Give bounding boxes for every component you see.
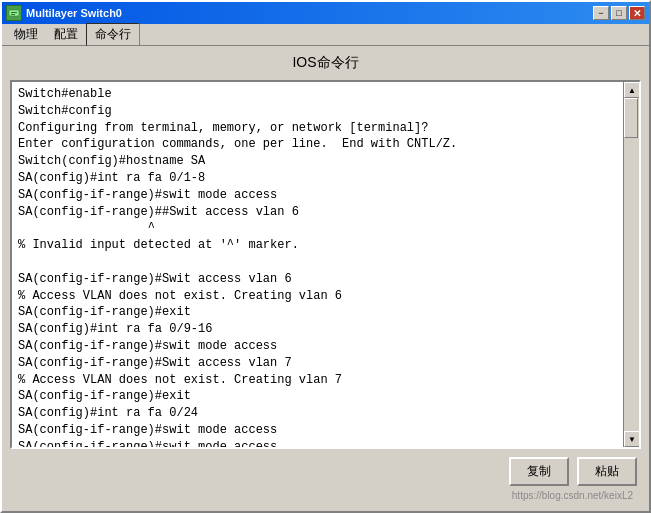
title-bar: Multilayer Switch0 − □ ✕ [2,2,649,24]
window-controls: − □ ✕ [593,6,645,20]
svg-rect-1 [11,12,17,13]
copy-button[interactable]: 复制 [509,457,569,486]
scroll-track[interactable] [624,98,639,431]
menu-physics[interactable]: 物理 [6,24,46,45]
svg-rect-2 [11,14,15,15]
watermark: https://blog.csdn.net/keixL2 [10,490,641,503]
scroll-up-button[interactable]: ▲ [624,82,640,98]
menu-config[interactable]: 配置 [46,24,86,45]
terminal-container: Switch#enable Switch#config Configuring … [10,80,641,449]
terminal-output[interactable]: Switch#enable Switch#config Configuring … [12,82,623,447]
window-icon [6,5,22,21]
scroll-down-button[interactable]: ▼ [624,431,640,447]
paste-button[interactable]: 粘贴 [577,457,637,486]
maximize-button[interactable]: □ [611,6,627,20]
section-title: IOS命令行 [10,54,641,72]
main-content: IOS命令行 Switch#enable Switch#config Confi… [2,46,649,511]
scrollbar[interactable]: ▲ ▼ [623,82,639,447]
menu-cli[interactable]: 命令行 [86,23,140,46]
scroll-thumb[interactable] [624,98,638,138]
window-title: Multilayer Switch0 [26,7,593,19]
close-button[interactable]: ✕ [629,6,645,20]
menu-bar: 物理 配置 命令行 [2,24,649,46]
bottom-bar: 复制 粘贴 [10,457,641,490]
main-window: Multilayer Switch0 − □ ✕ 物理 配置 命令行 IOS命令… [0,0,651,513]
minimize-button[interactable]: − [593,6,609,20]
